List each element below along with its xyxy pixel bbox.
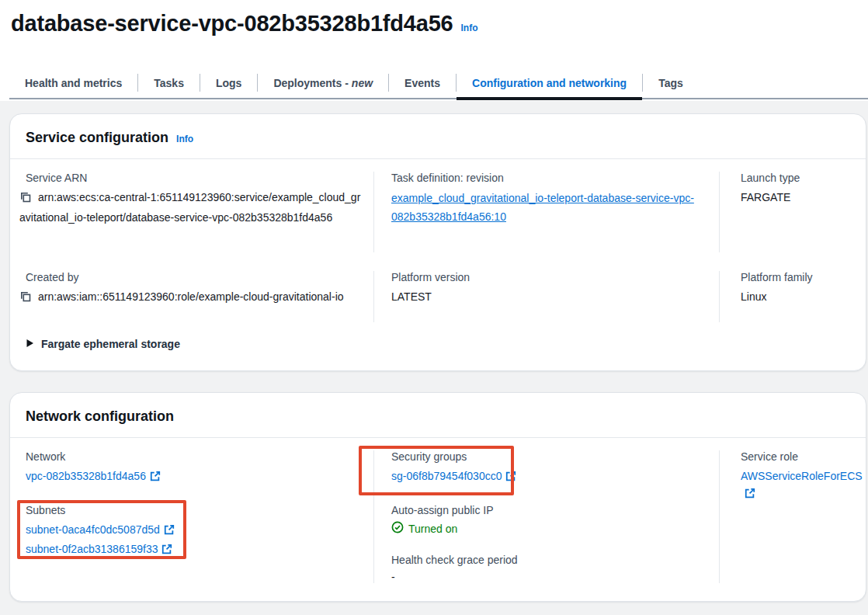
- field-created-by: Created by arn:aws:iam::651149123960:rol…: [10, 271, 373, 322]
- tab-tasks[interactable]: Tasks: [138, 68, 200, 98]
- network-column-1: Network vpc-082b35328b1fd4a56 Subnets su…: [10, 450, 373, 583]
- platform-version-value: LATEST: [391, 288, 705, 305]
- service-arn-value: arn:aws:ecs:ca-central-1:651149123960:se…: [19, 191, 360, 224]
- health-check-grace-period-value: -: [391, 571, 707, 583]
- platform-version-label: Platform version: [391, 271, 705, 283]
- field-platform-family: Platform family Linux: [719, 271, 866, 322]
- caret-right-icon: [26, 338, 34, 350]
- field-security-groups: Security groups sg-06f8b79454f030cc0: [391, 450, 707, 486]
- field-health-check-grace-period: Health check grace period -: [391, 554, 707, 583]
- security-group-link[interactable]: sg-06f8b79454f030cc0: [391, 470, 502, 482]
- vpc-link[interactable]: vpc-082b35328b1fd4a56: [26, 470, 146, 482]
- service-role-label: Service role: [741, 450, 863, 463]
- field-subnets: Subnets subnet-0aca4fc0dc5087d5d subnet-…: [26, 504, 361, 559]
- network-configuration-header: Network configuration: [10, 393, 866, 438]
- launch-type-value: FARGATE: [741, 189, 853, 206]
- field-platform-version: Platform version LATEST: [373, 271, 719, 322]
- health-check-grace-period-label: Health check grace period: [391, 554, 707, 566]
- platform-family-label: Platform family: [741, 271, 853, 283]
- network-configuration-title: Network configuration: [26, 408, 174, 425]
- tab-tags[interactable]: Tags: [643, 68, 699, 98]
- network-label: Network: [26, 450, 361, 463]
- service-configuration-title: Service configuration: [26, 130, 168, 146]
- tab-logs[interactable]: Logs: [200, 68, 257, 98]
- auto-assign-public-ip-status: Turned on: [408, 523, 457, 535]
- page-title: database-service-vpc-082b35328b1fd4a56: [11, 11, 453, 36]
- field-auto-assign-public-ip: Auto-assign public IP Turned on: [391, 504, 707, 536]
- service-configuration-header: Service configuration Info: [10, 114, 866, 159]
- subnet-link-2[interactable]: subnet-0f2acb31386159f33: [26, 543, 158, 555]
- task-definition-link[interactable]: example_cloud_gravitational_io-teleport-…: [391, 189, 705, 226]
- launch-type-label: Launch type: [741, 172, 853, 184]
- network-configuration-body: Network vpc-082b35328b1fd4a56 Subnets su…: [10, 438, 866, 597]
- auto-assign-public-ip-label: Auto-assign public IP: [391, 504, 707, 516]
- created-by-label: Created by: [26, 271, 361, 283]
- network-column-3: Service role AWSServiceRoleForECS: [719, 450, 868, 583]
- subnets-label: Subnets: [26, 504, 361, 516]
- service-configuration-card: Service configuration Info Service ARN a…: [9, 113, 866, 371]
- platform-family-value: Linux: [741, 288, 853, 305]
- tab-configuration-and-networking[interactable]: Configuration and networking: [457, 68, 642, 98]
- created-by-value: arn:aws:iam::651149123960:role/example-c…: [38, 290, 344, 303]
- page-info-link[interactable]: Info: [461, 23, 478, 33]
- task-definition-label: Task definition: revision: [391, 172, 705, 184]
- copy-icon[interactable]: [19, 290, 32, 308]
- tab-events[interactable]: Events: [389, 68, 456, 98]
- service-configuration-info-link[interactable]: Info: [176, 134, 193, 144]
- field-network: Network vpc-082b35328b1fd4a56: [26, 450, 361, 486]
- tab-deployments-new-badge: new: [352, 77, 373, 89]
- fargate-ephemeral-storage-expander[interactable]: Fargate ephemeral storage: [26, 338, 866, 350]
- external-link-icon: [150, 469, 161, 486]
- external-link-icon: [505, 469, 516, 486]
- external-link-icon: [164, 523, 175, 540]
- status-success-icon: [391, 521, 404, 536]
- service-arn-label: Service ARN: [26, 172, 361, 184]
- field-launch-type: Launch type FARGATE: [719, 172, 866, 252]
- network-column-2: Security groups sg-06f8b79454f030cc0 Aut…: [373, 450, 719, 583]
- field-service-arn: Service ARN arn:aws:ecs:ca-central-1:651…: [10, 172, 373, 252]
- tab-bar: Health and metrics Tasks Logs Deployment…: [9, 68, 868, 99]
- field-task-definition: Task definition: revision example_cloud_…: [373, 172, 719, 252]
- external-link-icon: [745, 486, 755, 503]
- security-groups-label: Security groups: [391, 450, 707, 463]
- subnet-link-1[interactable]: subnet-0aca4fc0dc5087d5d: [26, 523, 160, 536]
- service-configuration-grid: Service ARN arn:aws:ecs:ca-central-1:651…: [10, 159, 866, 322]
- service-role-link[interactable]: AWSServiceRoleForECS: [741, 470, 863, 482]
- field-service-role: Service role AWSServiceRoleForECS: [741, 450, 863, 503]
- fargate-ephemeral-storage-label: Fargate ephemeral storage: [41, 338, 180, 350]
- tab-health-and-metrics[interactable]: Health and metrics: [9, 68, 137, 98]
- page-header: database-service-vpc-082b35328b1fd4a56 I…: [11, 11, 478, 36]
- network-configuration-card: Network configuration Network vpc-082b35…: [9, 392, 866, 602]
- external-link-icon: [161, 542, 172, 559]
- tab-deployments[interactable]: Deployments -new: [258, 68, 388, 98]
- copy-icon[interactable]: [19, 191, 32, 209]
